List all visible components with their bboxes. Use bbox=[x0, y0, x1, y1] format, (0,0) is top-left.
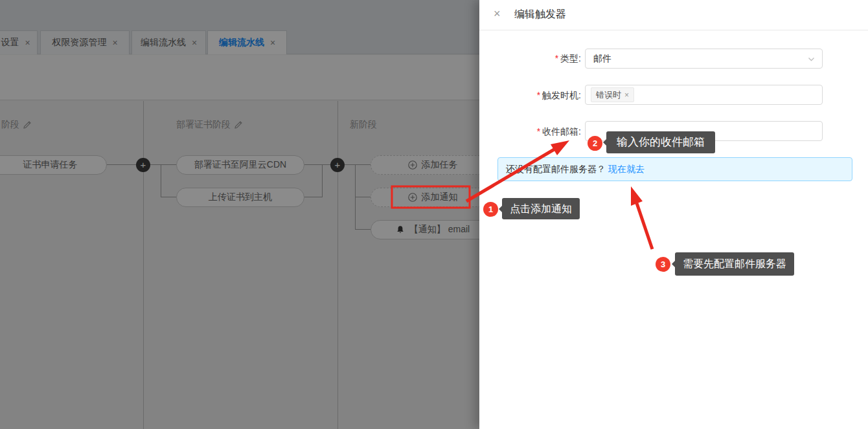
label-text: 触发时机: bbox=[542, 90, 581, 100]
mail-server-notice: 还没有配置邮件服务器？ 现在就去 bbox=[497, 157, 852, 181]
close-icon[interactable]: × bbox=[494, 8, 501, 19]
type-field-label: *类型: bbox=[479, 53, 581, 65]
required-mark: * bbox=[537, 90, 540, 100]
timing-multiselect[interactable]: 错误时 × bbox=[585, 85, 823, 105]
label-text: 收件邮箱: bbox=[542, 126, 581, 137]
step-number: 3 bbox=[661, 259, 665, 269]
timing-field-label: *触发时机: bbox=[479, 90, 581, 102]
type-select[interactable]: 邮件 bbox=[585, 49, 823, 69]
step-number: 2 bbox=[593, 138, 597, 148]
screen: 设置 × 权限资源管理 × 编辑流水线 × 编辑流水线 × 阶段 bbox=[0, 0, 868, 429]
step-text: 需要先配置邮件服务器 bbox=[683, 258, 786, 269]
configure-now-link[interactable]: 现在就去 bbox=[608, 164, 645, 174]
step-number: 1 bbox=[488, 204, 493, 214]
timing-tag[interactable]: 错误时 × bbox=[591, 87, 634, 102]
required-mark: * bbox=[537, 126, 540, 137]
step-1-tooltip: 点击添加通知 bbox=[502, 198, 580, 219]
step-2-tooltip: 输入你的收件邮箱 bbox=[606, 131, 715, 153]
notice-text: 还没有配置邮件服务器？ bbox=[506, 164, 606, 174]
drawer-title: 编辑触发器 bbox=[514, 8, 566, 21]
step-text: 输入你的收件邮箱 bbox=[617, 136, 705, 148]
drawer-header: × 编辑触发器 bbox=[479, 0, 868, 30]
step-3-tooltip: 需要先配置邮件服务器 bbox=[675, 252, 794, 276]
label-text: 类型: bbox=[560, 53, 581, 63]
tag-text: 错误时 bbox=[596, 89, 621, 101]
email-field-label: *收件邮箱: bbox=[479, 126, 581, 138]
step-text: 点击添加通知 bbox=[510, 203, 572, 214]
required-mark: * bbox=[555, 53, 558, 63]
type-select-value: 邮件 bbox=[593, 53, 611, 65]
chevron-down-icon bbox=[808, 56, 815, 63]
drawer-backdrop-mask[interactable] bbox=[0, 0, 479, 429]
tag-close-icon[interactable]: × bbox=[624, 91, 629, 99]
